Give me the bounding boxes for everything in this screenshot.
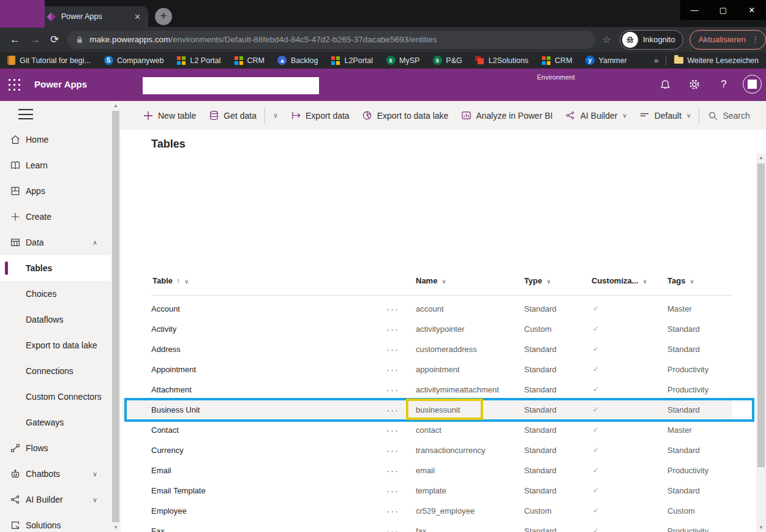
forward-icon[interactable]: → bbox=[30, 34, 40, 46]
table-cell-displayname[interactable]: Contact bbox=[151, 425, 179, 434]
table-cell-displayname[interactable]: Employee bbox=[151, 506, 187, 515]
user-avatar[interactable] bbox=[743, 75, 762, 94]
row-more-icon[interactable]: ··· bbox=[386, 525, 399, 532]
row-more-icon[interactable]: ··· bbox=[386, 303, 399, 313]
sidebar-item-export-to-data-lake[interactable]: Export to data lake bbox=[0, 332, 111, 358]
table-cell-displayname[interactable]: Email Template bbox=[151, 485, 206, 495]
column-header-tags[interactable]: Tags∨ bbox=[667, 276, 694, 285]
scroll-up-icon[interactable]: ▲ bbox=[756, 155, 766, 160]
sidebar-item-data[interactable]: Data ∧ bbox=[0, 230, 111, 255]
column-header-name[interactable]: Name∨ bbox=[416, 276, 446, 285]
hamburger-menu-icon[interactable] bbox=[18, 109, 33, 119]
bookmark-item[interactable]: SCompanyweb bbox=[103, 56, 163, 66]
bookmark-item[interactable]: CRM bbox=[541, 56, 572, 66]
scrollbar-thumb[interactable] bbox=[757, 163, 765, 467]
row-more-icon[interactable]: ··· bbox=[386, 465, 399, 475]
sidebar-item-tables[interactable]: Tables bbox=[0, 255, 111, 281]
bookmark-item[interactable]: ▲Backlog bbox=[277, 56, 318, 66]
ai-builder-button[interactable]: AI Builder ∨ bbox=[565, 110, 627, 121]
reload-icon[interactable]: ⟳ bbox=[50, 33, 59, 46]
sidebar-item-create[interactable]: Create bbox=[0, 204, 111, 230]
row-more-icon[interactable]: ··· bbox=[386, 424, 399, 435]
environment-label[interactable]: Environment bbox=[537, 73, 575, 81]
bookmark-item[interactable]: yYammer bbox=[585, 56, 627, 66]
row-more-icon[interactable]: ··· bbox=[386, 384, 399, 394]
bookmark-item[interactable]: L2 Portal bbox=[176, 56, 220, 66]
sidebar-item-home[interactable]: Home bbox=[0, 127, 111, 152]
chevron-down-icon[interactable]: ∨ bbox=[273, 111, 278, 119]
table-cell-displayname[interactable]: Fax bbox=[151, 526, 165, 532]
new-tab-button[interactable]: + bbox=[155, 8, 172, 25]
sidebar-item-solutions[interactable]: Solutions bbox=[0, 512, 111, 532]
table-row[interactable]: Appointment ··· appointment Standard ✓ P… bbox=[122, 359, 732, 379]
bookmark-item[interactable]: L2Portal bbox=[331, 56, 373, 66]
table-cell-displayname[interactable]: Activity bbox=[151, 324, 176, 333]
sidebar-item-learn[interactable]: Learn bbox=[0, 152, 111, 178]
scroll-up-icon[interactable]: ▲ bbox=[111, 103, 121, 108]
column-header-customizable[interactable]: Customiza...∨ bbox=[591, 276, 647, 285]
export-to-data-lake-button[interactable]: Export to data lake bbox=[362, 110, 449, 121]
bookmark-item[interactable]: L2Solutions bbox=[475, 56, 528, 66]
sidebar-item-dataflows[interactable]: Dataflows bbox=[0, 307, 111, 332]
tab-close-icon[interactable]: ✕ bbox=[134, 12, 141, 21]
window-close-button[interactable]: ✕ bbox=[737, 0, 766, 20]
url-omnibox[interactable]: make.powerapps.com/environments/Default-… bbox=[67, 31, 595, 49]
notifications-bell-icon[interactable] bbox=[658, 77, 672, 92]
table-row[interactable]: Contact ··· contact Standard ✓ Master bbox=[122, 419, 732, 440]
bookmark-item[interactable]: sMySP bbox=[386, 56, 419, 66]
header-search-input[interactable] bbox=[143, 77, 319, 94]
sidebar-item-flows[interactable]: Flows bbox=[0, 435, 111, 461]
new-table-button[interactable]: New table bbox=[143, 110, 196, 121]
bookmark-item[interactable]: sP&G bbox=[432, 56, 462, 66]
other-bookmarks-button[interactable]: Weitere Lesezeichen bbox=[674, 56, 759, 66]
table-row[interactable]: Currency ··· transactioncurrency Standar… bbox=[122, 440, 732, 460]
scroll-down-icon[interactable]: ▼ bbox=[756, 525, 766, 530]
table-cell-displayname[interactable]: Currency bbox=[151, 445, 184, 454]
settings-gear-icon[interactable] bbox=[687, 77, 702, 92]
browser-menu-icon[interactable]: ⋮ bbox=[751, 35, 759, 44]
table-row[interactable]: Email Template ··· template Standard ✓ S… bbox=[122, 480, 732, 500]
table-row[interactable]: Employee ··· cr529_employee Custom ✓ Cus… bbox=[122, 500, 732, 520]
back-icon[interactable]: ← bbox=[10, 34, 20, 46]
table-cell-displayname[interactable]: Attachment bbox=[151, 384, 192, 394]
window-maximize-button[interactable]: ▢ bbox=[709, 0, 738, 20]
sidebar-item-ai-builder[interactable]: AI Builder ∨ bbox=[0, 487, 111, 512]
export-data-button[interactable]: Export data bbox=[290, 110, 350, 121]
sidebar-item-custom-connectors[interactable]: Custom Connectors bbox=[0, 384, 111, 410]
row-more-icon[interactable]: ··· bbox=[386, 444, 399, 455]
table-cell-displayname[interactable]: Address bbox=[151, 344, 181, 353]
row-more-icon[interactable]: ··· bbox=[386, 505, 399, 515]
window-minimize-button[interactable]: — bbox=[680, 0, 709, 20]
waffle-menu-icon[interactable] bbox=[9, 79, 21, 92]
toolbar-search[interactable]: Search bbox=[707, 110, 749, 121]
bookmarks-overflow-icon[interactable]: » bbox=[654, 56, 658, 65]
bookmark-star-icon[interactable]: ☆ bbox=[603, 34, 611, 45]
column-header-table[interactable]: Table↑∨ bbox=[152, 276, 189, 285]
update-button[interactable]: Aktualisieren ⋮ bbox=[689, 30, 766, 50]
table-cell-displayname[interactable]: Account bbox=[151, 304, 180, 313]
main-scrollbar[interactable]: ▲ ▼ bbox=[756, 153, 766, 532]
get-data-button[interactable]: Get data bbox=[208, 110, 257, 121]
row-more-icon[interactable]: ··· bbox=[386, 323, 399, 334]
view-selector-default[interactable]: Default ∨ bbox=[639, 110, 691, 121]
table-row[interactable]: Account ··· account Standard ✓ Master bbox=[122, 298, 732, 318]
column-header-type[interactable]: Type∨ bbox=[524, 276, 551, 285]
sidebar-item-choices[interactable]: Choices bbox=[0, 281, 111, 307]
sidebar-item-connections[interactable]: Connections bbox=[0, 358, 111, 384]
row-more-icon[interactable]: ··· bbox=[386, 364, 399, 374]
scrollbar-thumb[interactable] bbox=[112, 111, 119, 522]
scroll-down-icon[interactable]: ▼ bbox=[111, 525, 121, 530]
help-icon[interactable]: ? bbox=[716, 77, 731, 92]
table-row[interactable]: Email ··· email Standard ✓ Productivity bbox=[122, 460, 732, 480]
table-cell-displayname[interactable]: Appointment bbox=[151, 364, 196, 373]
row-more-icon[interactable]: ··· bbox=[386, 485, 399, 495]
row-more-icon[interactable]: ··· bbox=[386, 343, 399, 354]
sidebar-item-chatbots[interactable]: Chatbots ∨ bbox=[0, 461, 111, 487]
table-cell-displayname[interactable]: Email bbox=[151, 465, 171, 474]
table-row[interactable]: Address ··· customeraddress Standard ✓ S… bbox=[122, 339, 732, 359]
bookmark-item[interactable]: CRM bbox=[234, 56, 265, 66]
table-row[interactable]: Fax ··· fax Standard ✓ Productivity bbox=[122, 520, 732, 532]
bookmark-item[interactable]: Git Tutorial for begi... bbox=[6, 56, 91, 66]
table-row[interactable]: Attachment ··· activitymimeattachment St… bbox=[122, 379, 732, 399]
table-row[interactable]: Activity ··· activitypointer Custom ✓ St… bbox=[122, 318, 732, 339]
